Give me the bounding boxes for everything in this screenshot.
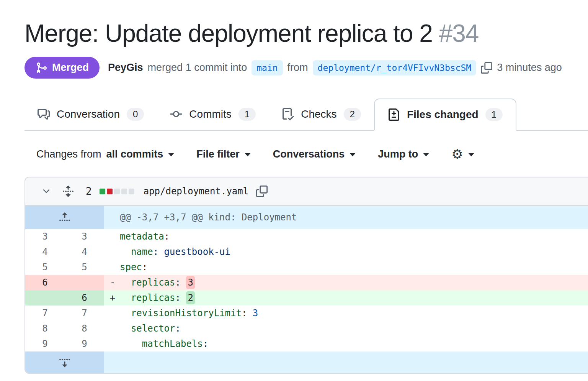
expand-all-button[interactable]: [62, 185, 74, 197]
old-line-number[interactable]: 3: [25, 229, 65, 244]
conversations-dropdown[interactable]: Conversations: [273, 148, 356, 160]
diff-line-context: 99 matchLabels:: [25, 336, 588, 351]
old-line-number[interactable]: 7: [25, 305, 65, 321]
changes-from-value: all commits: [106, 148, 163, 160]
old-line-number[interactable]: 9: [25, 336, 65, 351]
tab-count-badge: 1: [238, 108, 256, 121]
jump-to-dropdown[interactable]: Jump to: [378, 148, 429, 160]
old-line-number[interactable]: 6: [25, 275, 65, 290]
tab-conversation[interactable]: Conversation0: [24, 99, 157, 130]
diff-settings-dropdown[interactable]: ⚙: [451, 148, 474, 161]
diff-line-addition: 6+ replicas: 2: [25, 290, 588, 305]
byline-action-text: merged 1 commit into: [148, 62, 247, 74]
tab-label: Checks: [301, 108, 336, 120]
comment-discussion-icon: [38, 108, 50, 120]
copy-file-path-button[interactable]: [256, 186, 268, 197]
hunk-header: @@ -3,7 +3,7 @@ kind: Deployment: [104, 206, 588, 229]
code-line: name: guestbook-ui: [104, 244, 588, 259]
expand-up-button[interactable]: [25, 206, 104, 229]
tab-label: Commits: [189, 108, 231, 120]
chevron-down-icon: [423, 153, 429, 156]
diff-line-context: 33metadata:: [25, 229, 588, 244]
file-name[interactable]: app/deployment.yaml: [144, 186, 249, 197]
author-link[interactable]: PeyGis: [108, 62, 143, 74]
code-line: selector:: [104, 321, 588, 336]
diff-table: @@ -3,7 +3,7 @@ kind: Deployment33metada…: [25, 206, 588, 373]
pr-page: Merge: Update deployment replica to 2 #3…: [0, 0, 588, 374]
tab-files-changed[interactable]: Files changed1: [374, 99, 516, 131]
tab-label: Conversation: [57, 108, 120, 120]
tab-label: Files changed: [407, 108, 479, 121]
expand-down-button[interactable]: [25, 351, 104, 373]
file-diff-icon: [388, 108, 400, 121]
copy-branch-button[interactable]: [481, 62, 492, 74]
fold-up-icon: [59, 211, 71, 223]
gear-icon: ⚙: [451, 148, 463, 161]
new-line-number[interactable]: 4: [65, 244, 104, 259]
code-line: + replicas: 2: [104, 290, 588, 305]
diff-line-context: 44 name: guestbook-ui: [25, 244, 588, 259]
diffstat-square-neutral: [129, 189, 134, 194]
merged-status-badge: Merged: [24, 57, 100, 79]
chevron-down-icon: [350, 153, 356, 156]
jump-to-label: Jump to: [378, 148, 418, 160]
code-line: matchLabels:: [104, 336, 588, 351]
pr-title-text: Merge: Update deployment replica to 2: [24, 20, 433, 47]
tab-checks[interactable]: Checks2: [269, 99, 374, 130]
diffstat-square-del: [107, 189, 113, 194]
base-branch-label[interactable]: main: [252, 60, 283, 76]
diffstat-square-neutral: [121, 189, 127, 194]
file-header: 2 app/deployment.yaml: [25, 177, 588, 206]
merge-timestamp: 3 minutes ago: [497, 62, 562, 74]
new-line-number[interactable]: 8: [65, 321, 104, 336]
diff-line-context: 77 revisionHistoryLimit: 3: [25, 305, 588, 321]
diff-line-context: 55spec:: [25, 259, 588, 275]
pr-byline: Merged PeyGis merged 1 commit into main …: [24, 57, 588, 79]
code-line: revisionHistoryLimit: 3: [104, 305, 588, 321]
new-line-number[interactable]: [65, 275, 104, 290]
chevron-down-icon: [168, 153, 174, 156]
pr-number: #34: [439, 20, 479, 47]
old-line-number[interactable]: [25, 290, 65, 305]
collapse-file-button[interactable]: [41, 186, 51, 196]
conversations-label: Conversations: [273, 148, 345, 160]
git-merge-icon: [35, 62, 47, 74]
diff-sign: +: [110, 290, 120, 305]
code-line: metadata:: [104, 229, 588, 244]
code-line: - replicas: 3: [104, 275, 588, 290]
merged-label: Merged: [52, 62, 89, 74]
new-line-number[interactable]: 9: [65, 336, 104, 351]
tab-commits[interactable]: Commits1: [157, 99, 269, 130]
tab-nav: Conversation0Commits1Checks2Files change…: [24, 99, 588, 131]
diff-sign: -: [110, 275, 120, 290]
old-line-number[interactable]: 5: [25, 259, 65, 275]
head-branch-label[interactable]: deployment/r_tor4VFIvvN3bscSM: [313, 60, 477, 76]
file-filter-dropdown[interactable]: File filter: [196, 148, 251, 160]
diff-toolbar: Changes from all commits File filter Con…: [36, 148, 588, 161]
code-line: spec:: [104, 259, 588, 275]
pr-title: Merge: Update deployment replica to 2 #3…: [24, 0, 588, 48]
expander-row: [25, 351, 588, 373]
new-line-number[interactable]: 5: [65, 259, 104, 275]
diffstat-squares: [100, 189, 134, 194]
new-line-number[interactable]: 3: [65, 229, 104, 244]
changes-from-dropdown[interactable]: Changes from all commits: [36, 148, 174, 160]
old-line-number[interactable]: 8: [25, 321, 65, 336]
file-diff-box: 2 app/deployment.yaml @@ -3,7 +3,7 @@ ki…: [24, 177, 588, 374]
diff-line-context: 88 selector:: [25, 321, 588, 336]
chevron-down-icon: [468, 153, 474, 156]
tab-count-badge: 2: [344, 108, 361, 121]
file-filter-label: File filter: [196, 148, 240, 160]
old-line-number[interactable]: 4: [25, 244, 65, 259]
fold-down-icon: [59, 356, 71, 368]
new-line-number[interactable]: 7: [65, 305, 104, 321]
chevron-down-icon: [245, 153, 251, 156]
expander-fill: [104, 351, 588, 373]
new-line-number[interactable]: 6: [65, 290, 104, 305]
hunk-row: @@ -3,7 +3,7 @@ kind: Deployment: [25, 206, 588, 229]
diff-line-deletion: 6- replicas: 3: [25, 275, 588, 290]
diffstat-square-add: [100, 189, 105, 194]
changes-from-label: Changes from: [36, 148, 101, 160]
byline-from-text: from: [287, 62, 308, 74]
git-commit-icon: [170, 108, 182, 120]
